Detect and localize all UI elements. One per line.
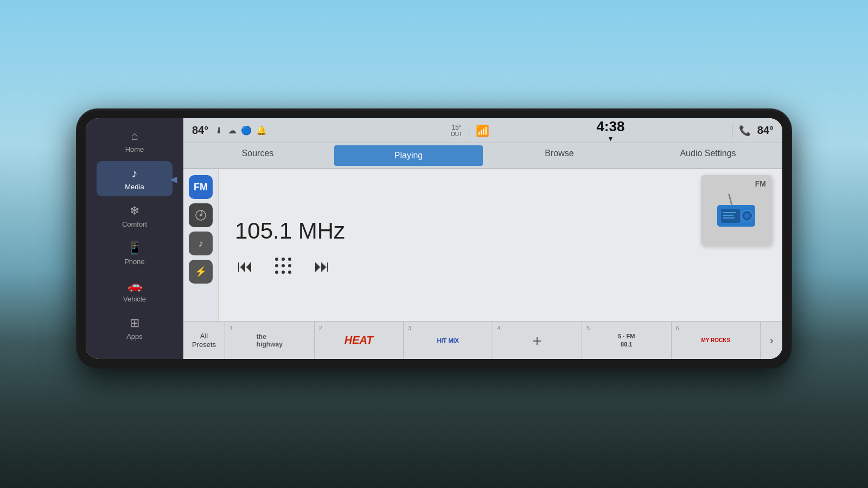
tab-sources[interactable]: Sources	[183, 143, 332, 168]
dot-8	[282, 271, 285, 274]
svg-rect-8	[723, 215, 733, 216]
preset-all[interactable]: All Presets	[183, 322, 225, 359]
dashboard-bezel: ⌂ Home ♪ Media ◀ ❄ Comfort 📱 Phone 🚗 Veh…	[76, 108, 792, 369]
preset-2[interactable]: 2 HEAT	[315, 322, 404, 359]
sidebar-label-phone: Phone	[124, 258, 145, 266]
dot-9	[288, 271, 291, 274]
sidebar-label-apps: Apps	[126, 332, 143, 341]
preset-logo-6: MY ROCKS	[701, 337, 730, 343]
status-icons: 🌡 ☁ 🔵 🔔	[215, 125, 444, 136]
tab-bar: Sources Playing Browse Audio Settings	[183, 143, 782, 169]
preset-5[interactable]: 5 5 · FM88.1	[582, 322, 671, 359]
preset-num-5: 5	[586, 325, 590, 331]
presets-bar: All Presets 1 thehighway 2 HEAT 3 HIT MI…	[183, 321, 782, 359]
preset-1[interactable]: 1 thehighway	[225, 322, 314, 359]
out-temp-display: 15° OUT	[451, 124, 462, 137]
sidebar-item-home[interactable]: ⌂ Home	[97, 124, 173, 159]
dot-2	[282, 258, 285, 261]
time-chevron: ▼	[496, 135, 725, 143]
playback-controls: ⏮ ⏭	[235, 255, 333, 278]
source-usb[interactable]: ⚡	[189, 260, 213, 284]
apps-icon: ⊞	[130, 316, 139, 330]
sidebar-label-media: Media	[125, 183, 144, 191]
preset-4[interactable]: 4 ＋	[493, 322, 582, 359]
station-art-label: FM	[755, 179, 766, 188]
sidebar-label-comfort: Comfort	[122, 220, 147, 228]
dot-1	[275, 258, 278, 261]
sidebar: ⌂ Home ♪ Media ◀ ❄ Comfort 📱 Phone 🚗 Veh…	[86, 118, 183, 359]
dot-3	[288, 258, 291, 261]
phone-icon: 📱	[127, 241, 142, 255]
preset-num-6: 6	[676, 325, 679, 331]
out-temp-label: OUT	[451, 131, 462, 137]
status-icon-1: 🌡	[215, 126, 224, 136]
source-list: FM ♪ ⚡	[183, 169, 219, 321]
preset-logo-3: HIT MIX	[437, 337, 459, 344]
source-satellite[interactable]	[189, 203, 213, 227]
status-divider-left	[469, 124, 469, 138]
main-content: 84° 🌡 ☁ 🔵 🔔 15° OUT 📶 4:38 ▼	[183, 118, 782, 359]
sidebar-arrow: ◀	[170, 174, 177, 184]
svg-point-5	[744, 213, 750, 219]
preset-logo-1: thehighway	[257, 333, 283, 348]
prev-button[interactable]: ⏮	[235, 255, 256, 278]
svg-rect-9	[723, 217, 735, 219]
frequency-display: 105.1 MHz	[235, 218, 345, 244]
preset-next-button[interactable]: ›	[761, 322, 782, 359]
status-icon-4: 🔔	[256, 125, 267, 136]
comfort-icon: ❄	[130, 204, 139, 218]
dot-6	[288, 264, 291, 267]
wifi-icon: 📶	[476, 124, 489, 137]
status-time: 4:38 ▼	[496, 118, 725, 143]
svg-rect-6	[728, 194, 733, 206]
tab-playing[interactable]: Playing	[334, 145, 483, 166]
status-icon-2: ☁	[228, 125, 237, 136]
dot-5	[282, 264, 285, 267]
tab-browse[interactable]: Browse	[485, 143, 634, 168]
status-divider-right	[732, 124, 732, 138]
preset-num-3: 3	[408, 325, 411, 331]
temp-left: 84°	[192, 124, 208, 137]
grid-button[interactable]	[275, 258, 292, 275]
tab-audio-settings[interactable]: Audio Settings	[634, 143, 782, 168]
station-art: FM	[701, 175, 771, 246]
svg-rect-7	[723, 212, 736, 213]
infotainment-screen: ⌂ Home ♪ Media ◀ ❄ Comfort 📱 Phone 🚗 Veh…	[86, 118, 782, 359]
out-temp-value: 15°	[451, 124, 461, 131]
next-button[interactable]: ⏭	[312, 255, 333, 278]
preset-all-label: All	[200, 332, 208, 341]
preset-num-1: 1	[229, 325, 233, 331]
phone-status-icon: 📞	[739, 125, 751, 137]
preset-logo-2: HEAT	[344, 334, 373, 346]
sidebar-label-vehicle: Vehicle	[123, 295, 146, 303]
media-icon: ♪	[132, 166, 138, 181]
preset-add-icon: ＋	[529, 330, 545, 351]
temp-right: 84°	[757, 124, 774, 137]
svg-point-1	[200, 214, 202, 216]
preset-num-4: 4	[497, 325, 501, 331]
preset-3[interactable]: 3 HIT MIX	[404, 322, 493, 359]
sidebar-label-home: Home	[125, 145, 144, 153]
sidebar-item-phone[interactable]: 📱 Phone	[97, 236, 173, 271]
radio-svg	[714, 191, 758, 229]
vehicle-icon: 🚗	[127, 279, 142, 293]
sidebar-item-media[interactable]: ♪ Media ◀	[97, 161, 173, 196]
sidebar-item-comfort[interactable]: ❄ Comfort	[97, 198, 173, 234]
now-playing: 105.1 MHz ⏮	[219, 169, 690, 321]
home-icon: ⌂	[131, 129, 138, 143]
status-bar: 84° 🌡 ☁ 🔵 🔔 15° OUT 📶 4:38 ▼	[183, 118, 782, 143]
sidebar-item-apps[interactable]: ⊞ Apps	[97, 311, 173, 346]
dot-7	[275, 271, 278, 274]
dot-4	[275, 264, 278, 267]
preset-num-2: 2	[319, 325, 322, 331]
source-music[interactable]: ♪	[189, 232, 213, 255]
preset-logo-5: 5 · FM88.1	[618, 332, 635, 348]
content-area: FM ♪ ⚡ 105.1 MHz ⏮	[183, 169, 782, 321]
source-fm[interactable]: FM	[189, 175, 213, 199]
preset-6[interactable]: 6 MY ROCKS	[672, 322, 761, 359]
status-icon-3: 🔵	[241, 125, 252, 136]
sidebar-item-vehicle[interactable]: 🚗 Vehicle	[97, 273, 173, 309]
preset-all-label2: Presets	[192, 341, 216, 349]
